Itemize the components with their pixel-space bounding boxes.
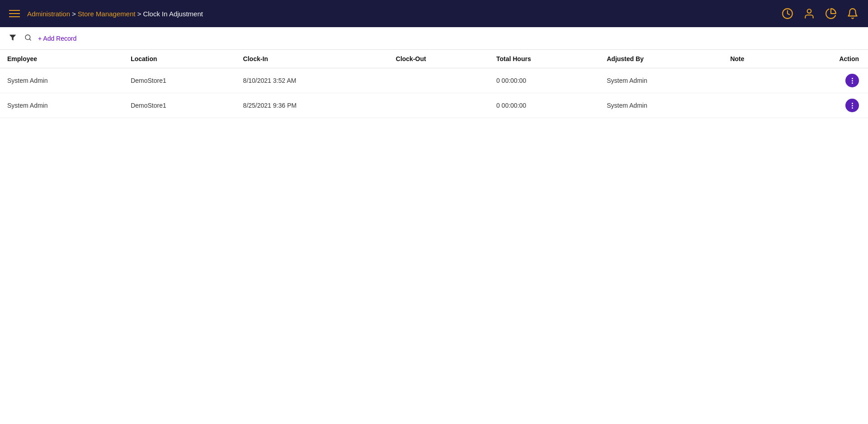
header-right [781, 7, 859, 20]
header: Administration > Store Management > Cloc… [0, 0, 868, 27]
bell-icon[interactable] [846, 7, 859, 20]
col-clock-in: Clock-In [236, 50, 389, 68]
cell-adjusted-by: System Admin [599, 93, 723, 118]
breadcrumb-current: Clock In Adjustment [143, 10, 203, 18]
toolbar: + Add Record [0, 27, 868, 50]
cell-clock-in: 8/10/2021 3:52 AM [236, 68, 389, 93]
cell-clock-out [389, 68, 489, 93]
action-menu-button[interactable] [845, 99, 859, 112]
cell-employee: System Admin [0, 68, 123, 93]
table-row: System Admin DemoStore1 8/25/2021 9:36 P… [0, 93, 868, 118]
cell-clock-out [389, 93, 489, 118]
cell-employee: System Admin [0, 93, 123, 118]
breadcrumb-separator-2: > [137, 10, 141, 18]
filter-icon[interactable] [7, 32, 18, 45]
table-header-row: Employee Location Clock-In Clock-Out Tot… [0, 50, 868, 68]
cell-clock-in: 8/25/2021 9:36 PM [236, 93, 389, 118]
col-note: Note [723, 50, 787, 68]
cell-total-hours: 0 00:00:00 [489, 93, 599, 118]
cell-location: DemoStore1 [123, 68, 236, 93]
breadcrumb-store[interactable]: Store Management [78, 10, 136, 18]
add-record-button[interactable]: + Add Record [38, 35, 76, 42]
clock-icon[interactable] [781, 7, 794, 20]
svg-marker-2 [9, 35, 15, 40]
search-icon[interactable] [23, 32, 33, 45]
action-menu-button[interactable] [845, 74, 859, 87]
cell-total-hours: 0 00:00:00 [489, 68, 599, 93]
header-left: Administration > Store Management > Cloc… [9, 10, 203, 18]
cell-action [787, 68, 868, 93]
cell-note [723, 68, 787, 93]
breadcrumb: Administration > Store Management > Cloc… [27, 10, 203, 18]
records-table: Employee Location Clock-In Clock-Out Tot… [0, 50, 868, 118]
table-container: Employee Location Clock-In Clock-Out Tot… [0, 50, 868, 118]
breadcrumb-separator-1: > [72, 10, 76, 18]
hamburger-icon[interactable] [9, 10, 20, 17]
table-row: System Admin DemoStore1 8/10/2021 3:52 A… [0, 68, 868, 93]
breadcrumb-admin[interactable]: Administration [27, 10, 70, 18]
col-adjusted-by: Adjusted By [599, 50, 723, 68]
col-total-hours: Total Hours [489, 50, 599, 68]
cell-note [723, 93, 787, 118]
svg-line-4 [29, 39, 31, 40]
col-location: Location [123, 50, 236, 68]
cell-action [787, 93, 868, 118]
cell-location: DemoStore1 [123, 93, 236, 118]
col-action: Action [787, 50, 868, 68]
chart-icon[interactable] [825, 7, 837, 20]
svg-point-1 [807, 9, 811, 13]
user-icon[interactable] [803, 7, 816, 20]
col-employee: Employee [0, 50, 123, 68]
col-clock-out: Clock-Out [389, 50, 489, 68]
cell-adjusted-by: System Admin [599, 68, 723, 93]
